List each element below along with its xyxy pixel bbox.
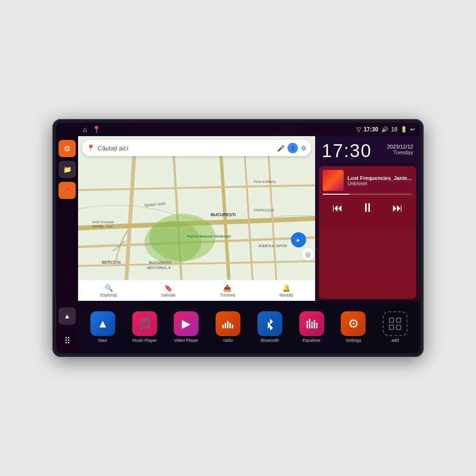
maps-top-icon[interactable]: 📍 [92,126,100,133]
app-add[interactable]: add [375,309,415,345]
map-container[interactable]: Splaiul Unirii BUCUREȘTI TRAPEZULUI Parc… [78,136,315,301]
radio-label: radio [223,338,233,343]
google-maps-icon: 📍 [87,144,95,152]
map-search-bar[interactable]: 📍 Căutați aici 🎤 👤 ⚙ [82,140,311,156]
app-radio[interactable]: radio [208,309,248,345]
album-art [323,170,344,191]
music-track-row: Lost Frequencies_Janie... Unknown [323,170,412,191]
send-icon: 📤 [223,284,231,292]
saved-icon: 🔖 [164,284,172,292]
svg-text:Mobility - Sud: Mobility - Sud [92,225,112,228]
status-time: 17:30 [364,126,378,133]
svg-rect-22 [227,321,228,328]
svg-rect-31 [308,322,311,323]
svg-rect-20 [222,325,224,328]
map-svg: Splaiul Unirii BUCUREȘTI TRAPEZULUI Parc… [78,136,315,301]
map-settings-icon[interactable]: ⚙ [301,145,307,152]
svg-rect-33 [313,321,316,322]
explore-label: Explorați [100,293,117,298]
music-title: Lost Frequencies_Janie... [347,175,412,181]
svg-rect-32 [311,324,313,325]
bluetooth-icon-box [258,311,282,336]
wifi-icon: ▽ [357,126,361,133]
send-label: Trimiteți [220,293,235,298]
svg-text:Pizza & Bakery: Pizza & Bakery [254,180,277,184]
music-artist: Unknown [347,181,412,186]
volume-icon: 🔊 [381,126,388,133]
svg-text:BUCUREȘTI: BUCUREȘTI [211,212,236,217]
svg-rect-37 [389,325,394,329]
sidebar-files-button[interactable]: 📁 [59,161,76,178]
play-circle-icon: ▶ [182,317,190,330]
main-area: ⚙ 📁 📍 ▲ ⠿ [56,136,420,353]
sidebar-nav-button[interactable]: ▲ [59,307,76,325]
svg-rect-28 [314,320,315,328]
sidebar-settings-button[interactable]: ⚙ [59,140,76,157]
svg-rect-25 [307,321,308,328]
music-info: Lost Frequencies_Janie... Unknown [347,175,412,186]
app-video-player[interactable]: ▶ Video Player [167,309,207,345]
back-icon: ↩ [410,126,415,133]
svg-text:SECTORUL 4: SECTORUL 4 [147,266,170,270]
radio-wave-icon [221,317,235,330]
svg-text:JUDEȚUL ILFOV: JUDEȚUL ILFOV [258,244,287,248]
bluetooth-label: Bluetooth [261,338,279,343]
clock-time: 17:30 [322,141,372,161]
svg-text:✦: ✦ [295,237,301,244]
sidebar-grid-button[interactable]: ⠿ [59,332,76,349]
video-player-icon-box: ▶ [174,311,198,336]
map-tab-saved[interactable]: 🔖 Salvate [161,284,176,298]
radio-icon-box [216,311,240,336]
svg-rect-36 [397,318,401,322]
app-settings[interactable]: ⚙ Settings [334,309,374,345]
gear-icon: ⚙ [64,144,70,153]
svg-text:◎: ◎ [305,251,310,258]
settings-label: Settings [346,338,361,343]
svg-text:BUCUREȘTI: BUCUREȘTI [149,260,171,265]
app-navi[interactable]: ▲ Navi [83,309,123,345]
svg-rect-34 [316,325,318,326]
add-icon-box [383,311,407,336]
map-bottom-bar: 🔍 Explorați 🔖 Salvate 📤 Trimiteți [78,280,315,301]
svg-rect-38 [397,325,401,329]
svg-rect-21 [225,323,226,328]
content-area: Splaiul Unirii BUCUREȘTI TRAPEZULUI Parc… [78,136,420,353]
map-tab-explore[interactable]: 🔍 Explorați [100,284,117,298]
app-equalizer[interactable]: Equalizer [292,309,332,345]
equalizer-label: Equalizer [303,338,321,343]
right-panel: 17:30 2023/12/12 Tuesday [315,136,420,301]
svg-rect-24 [232,325,233,328]
status-bar: ▽ 17:30 🔊 18 🔋 ↩ [56,123,420,136]
svg-text:Parcul Natural Văcărești: Parcul Natural Văcărești [187,234,231,238]
album-art-inner [323,170,344,191]
home-icon[interactable]: ⌂ [83,126,87,133]
svg-rect-23 [229,323,231,328]
battery-num: 18 [391,126,397,133]
svg-rect-30 [306,323,308,324]
svg-text:AXIS Premium: AXIS Premium [92,220,114,224]
equalizer-icon-box [299,311,324,336]
svg-rect-26 [309,319,310,328]
music-controls: ⏮ ⏸ ⏭ [323,198,412,217]
status-right: ▽ 17:30 🔊 18 🔋 ↩ [357,126,415,133]
map-tab-send[interactable]: 📤 Trimiteți [220,284,235,298]
battery-icon: 🔋 [400,126,407,133]
folder-icon: 📁 [63,166,71,173]
news-label: Noutăți [279,293,293,298]
app-bluetooth[interactable]: Bluetooth [250,309,290,345]
pause-button[interactable]: ⏸ [359,198,376,217]
mic-icon[interactable]: 🎤 [277,145,285,152]
map-search-text[interactable]: Căutați aici [98,145,274,152]
next-button[interactable]: ⏭ [390,200,405,216]
music-player-icon-box: 🎵 [132,311,157,336]
screen: ▽ 17:30 🔊 18 🔋 ↩ ⌂ 📍 ⚙ 📁 [56,123,420,353]
navi-label: Navi [99,338,107,343]
user-avatar[interactable]: 👤 [288,143,298,153]
music-progress-bar[interactable] [323,194,412,195]
sidebar-maps-button[interactable]: 📍 [59,182,76,199]
svg-text:BERCENI: BERCENI [102,260,121,265]
map-tab-news[interactable]: 🔔 Noutăți [279,284,293,298]
app-music-player[interactable]: 🎵 Music Player [125,309,165,345]
prev-button[interactable]: ⏮ [330,200,345,216]
top-section: Splaiul Unirii BUCUREȘTI TRAPEZULUI Parc… [78,136,420,301]
